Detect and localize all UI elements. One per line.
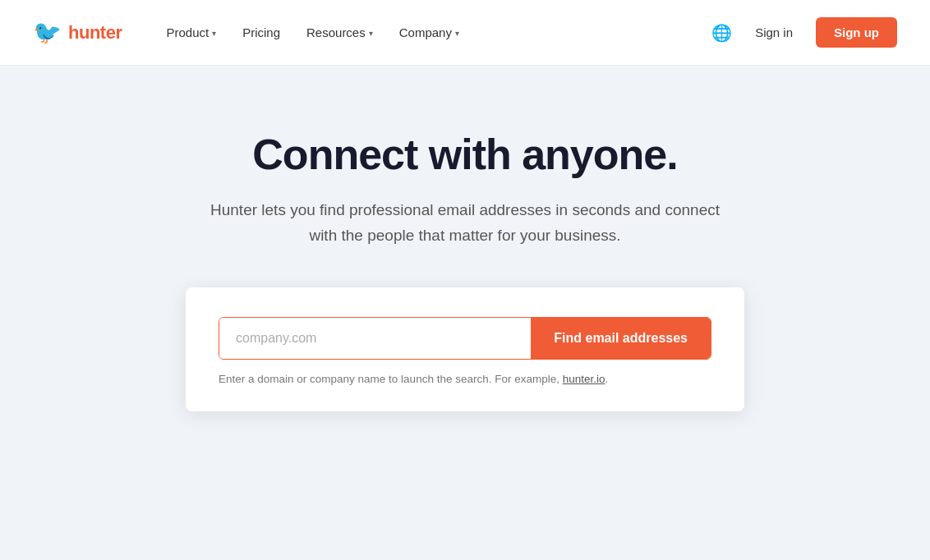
nav-company[interactable]: Company ▾	[388, 19, 471, 46]
search-hint-link[interactable]: hunter.io	[563, 373, 605, 385]
nav-pricing[interactable]: Pricing	[231, 19, 292, 46]
chevron-down-icon: ▾	[369, 29, 373, 38]
nav-resources[interactable]: Resources ▾	[295, 19, 384, 46]
navbar: 🐦 hunter Product ▾ Pricing Resources ▾ C…	[0, 0, 930, 66]
nav-resources-label: Resources	[306, 25, 366, 39]
nav-product[interactable]: Product ▾	[154, 19, 228, 46]
hero-section: Connect with anyone. Hunter lets you fin…	[0, 66, 930, 560]
search-hint: Enter a domain or company name to launch…	[219, 373, 711, 385]
logo[interactable]: 🐦 hunter	[33, 19, 122, 46]
sign-up-button[interactable]: Sign up	[816, 17, 897, 48]
search-card: Find email addresses Enter a domain or c…	[186, 287, 744, 411]
nav-pricing-label: Pricing	[242, 25, 280, 39]
search-row: Find email addresses	[219, 317, 711, 360]
sign-in-button[interactable]: Sign in	[745, 19, 803, 46]
hero-subtitle: Hunter lets you find professional email …	[210, 198, 720, 248]
search-input[interactable]	[219, 318, 531, 359]
search-hint-text: Enter a domain or company name to launch…	[219, 373, 559, 385]
chevron-down-icon: ▾	[212, 29, 216, 38]
chevron-down-icon: ▾	[455, 29, 459, 38]
search-hint-suffix: .	[605, 373, 609, 385]
nav-product-label: Product	[166, 25, 209, 39]
navbar-nav: Product ▾ Pricing Resources ▾ Company ▾	[154, 19, 711, 46]
logo-icon: 🐦	[33, 19, 62, 46]
navbar-right: 🌐 Sign in Sign up	[711, 17, 897, 48]
hero-title: Connect with anyone.	[252, 131, 677, 178]
logo-text: hunter	[68, 22, 122, 44]
globe-icon[interactable]: 🌐	[711, 23, 732, 43]
find-email-button[interactable]: Find email addresses	[531, 318, 711, 359]
nav-company-label: Company	[399, 25, 452, 39]
